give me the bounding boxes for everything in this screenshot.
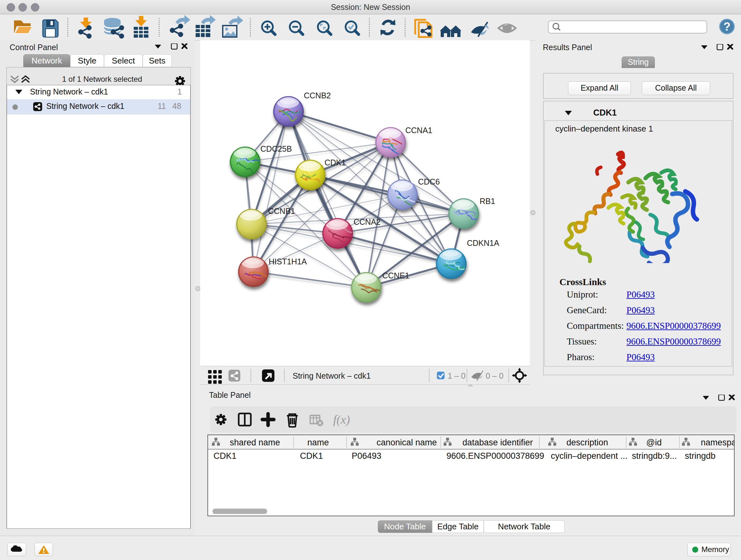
svg-text:HIST1H1A: HIST1H1A [269,257,307,266]
svg-text:shared name: shared name [230,438,280,447]
svg-text:CCNE1: CCNE1 [382,271,409,280]
svg-text:CDC6: CDC6 [418,177,440,186]
svg-text:CDK1: CDK1 [325,158,346,167]
svg-text:canonical name: canonical name [377,438,437,447]
svg-text:name: name [307,438,329,447]
svg-text:cyclin–dependent ...: cyclin–dependent ... [551,451,627,461]
svg-text:database identifier: database identifier [462,438,533,447]
svg-text:CCNA2: CCNA2 [354,217,381,226]
svg-text:namespace: namespace [701,438,735,447]
svg-text:@id: @id [646,438,662,447]
svg-text:stringdb:9...: stringdb:9... [632,451,677,461]
svg-text:CDC25B: CDC25B [260,144,292,153]
svg-text:description: description [566,438,608,447]
svg-text:CCNA1: CCNA1 [405,126,432,135]
svg-text:f(x): f(x) [333,413,350,427]
svg-text:CDKN1A: CDKN1A [467,239,499,247]
svg-text:CDK1: CDK1 [300,451,323,461]
svg-text:9606.ENSP00000378699: 9606.ENSP00000378699 [447,451,544,461]
svg-text:P06493: P06493 [352,451,381,461]
svg-text:CCNB2: CCNB2 [304,91,331,100]
svg-text:RB1: RB1 [480,197,495,206]
svg-text:String Network – cdk1: String Network – cdk1 [293,371,371,380]
svg-text:0 – 0: 0 – 0 [486,371,503,380]
svg-text:stringdb: stringdb [685,451,716,461]
svg-text:?: ? [724,20,731,33]
svg-text:CDK1: CDK1 [213,451,237,461]
svg-text:CCNB1: CCNB1 [268,206,295,215]
svg-text:1 – 0: 1 – 0 [448,371,466,380]
